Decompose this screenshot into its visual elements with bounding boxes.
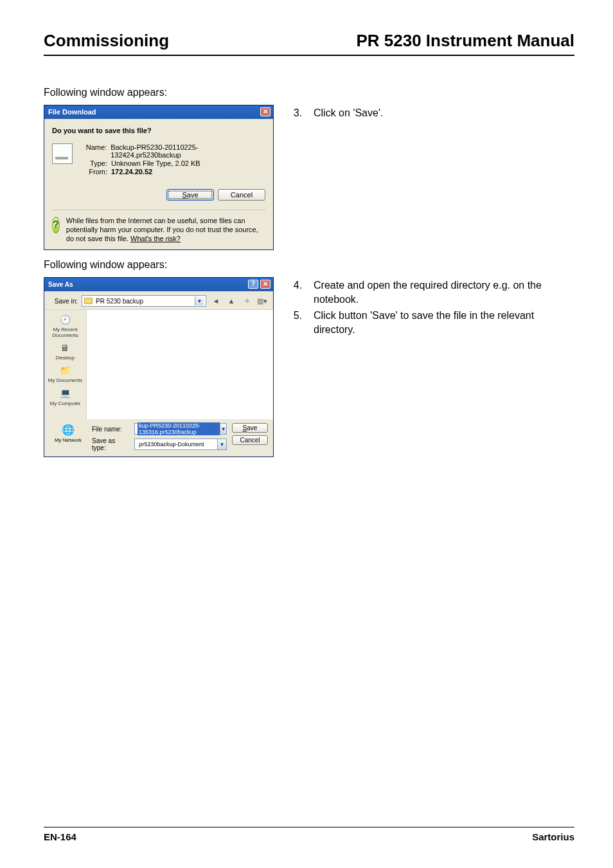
new-folder-icon[interactable]: ✧	[241, 295, 253, 307]
place-net-label: My Network	[55, 438, 82, 443]
save-as-type-value: .pr5230backup-Dokument	[138, 441, 204, 448]
view-menu-icon[interactable]: ▥▾	[256, 295, 268, 307]
from-label: From:	[80, 168, 107, 176]
up-one-level-icon[interactable]: ▲	[226, 295, 237, 307]
place-my-computer[interactable]: 💻 My Computer	[49, 386, 80, 406]
save-as-type-select[interactable]: .pr5230backup-Dokument ▼	[134, 439, 227, 450]
save-in-select[interactable]: PR 5230 backup ▼	[82, 295, 206, 307]
step5-number: 5.	[290, 309, 302, 336]
step5-text: Click button 'Save' to save the file in …	[314, 309, 574, 336]
save-as-title: Save As	[48, 281, 73, 288]
save-underline: S	[182, 191, 186, 199]
section2-text: Following window appears:	[44, 259, 574, 271]
header-right: PR 5230 Instrument Manual	[356, 31, 574, 51]
my-network-icon: 🌐	[59, 423, 77, 437]
recent-documents-icon: 🕘	[57, 312, 75, 327]
risk-warning-text: While files from the Internet can be use…	[66, 217, 265, 243]
cancel-button[interactable]: Cancel	[232, 435, 268, 445]
step4-number: 4.	[290, 278, 302, 306]
footer-brand: Sartorius	[532, 831, 574, 842]
close-icon[interactable]: ✕	[260, 107, 271, 116]
desktop-icon: 🖥	[56, 341, 74, 355]
file-download-question: Do you want to save this file?	[52, 127, 265, 134]
place-my-network[interactable]: 🌐 My Network	[49, 423, 87, 443]
save-as-titlebar[interactable]: Save As ? ✕	[44, 278, 273, 291]
chevron-down-icon[interactable]: ▼	[195, 296, 204, 305]
file-download-title: File Download	[48, 108, 96, 116]
from-value: 172.24.20.52	[111, 168, 152, 176]
file-download-dialog: File Download ✕ Do you want to save this…	[44, 105, 274, 250]
folder-icon	[84, 298, 93, 304]
back-icon[interactable]: ◄	[210, 295, 222, 307]
place-desktop[interactable]: 🖥 Desktop	[56, 341, 75, 361]
whats-the-risk-link[interactable]: What's the risk?	[130, 235, 181, 242]
chevron-down-icon[interactable]: ▼	[220, 424, 226, 434]
type-value: Unknown File Type, 2.02 KB	[111, 159, 200, 167]
step3-text: Click on 'Save'.	[314, 106, 383, 120]
save-button[interactable]: Save	[232, 423, 268, 433]
place-my-documents[interactable]: 📁 My Documents	[48, 363, 82, 383]
save-button[interactable]: Save	[166, 189, 214, 201]
section1-text: Following window appears:	[44, 87, 574, 98]
step3-number: 3.	[290, 106, 302, 120]
filename-label: File name:	[92, 426, 130, 433]
save-as-type-label: Save as type:	[92, 437, 130, 451]
place-recent-label: My Recent Documents	[52, 327, 78, 338]
place-desktop-label: Desktop	[56, 356, 75, 361]
name-value: Backup-PR5230-20110225-132424.pr5230back…	[111, 143, 265, 159]
place-docs-label: My Documents	[48, 378, 82, 383]
file-icon	[52, 143, 73, 164]
footer-page-number: EN-164	[44, 831, 76, 842]
my-documents-icon: 📁	[56, 363, 74, 377]
save-as-dialog: Save As ? ✕ Save in: PR 5230 backup ▼ ◄ …	[44, 277, 274, 457]
save-in-value: PR 5230 backup	[96, 298, 143, 305]
header-left: Commissioning	[44, 31, 169, 51]
place-recent-documents[interactable]: 🕘 My Recent Documents	[52, 312, 78, 338]
filename-value: kup-PR5230-20110225-135316.pr5230backup	[138, 422, 220, 435]
close-icon[interactable]: ✕	[260, 280, 271, 289]
file-download-titlebar[interactable]: File Download ✕	[44, 105, 273, 119]
places-bar: 🕘 My Recent Documents 🖥 Desktop 📁 My Doc…	[44, 310, 87, 419]
save-rest: ave	[187, 191, 199, 199]
save-rest: ave	[247, 424, 257, 431]
help-icon[interactable]: ?	[248, 280, 258, 289]
save-in-label: Save in:	[49, 298, 78, 305]
type-label: Type:	[80, 159, 107, 167]
filename-input[interactable]: kup-PR5230-20110225-135316.pr5230backup …	[134, 423, 227, 435]
my-computer-icon: 💻	[56, 386, 74, 401]
place-comp-label: My Computer	[49, 401, 80, 406]
file-list-area[interactable]	[87, 310, 273, 419]
shield-question-icon: ?	[52, 217, 60, 233]
cancel-button[interactable]: Cancel	[218, 189, 265, 201]
step4-text: Create and open the required directory e…	[314, 278, 574, 306]
chevron-down-icon[interactable]: ▼	[217, 439, 226, 449]
name-label: Name:	[80, 143, 107, 159]
